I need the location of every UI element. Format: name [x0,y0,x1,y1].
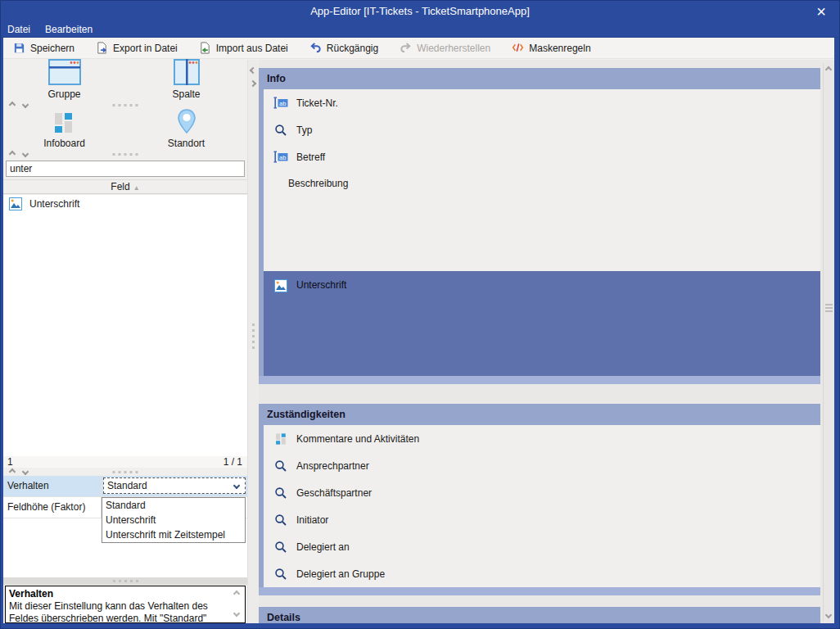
field-search-input[interactable] [6,161,245,177]
left-panel: Gruppe Spalte Infoboard [3,60,247,623]
canvas-field-beschreibung[interactable]: Beschreibung [264,170,820,271]
menubar: Datei Bearbeiten [0,23,840,38]
dropdown-option[interactable]: Unterschrift [102,513,245,527]
chevron-down-icon[interactable] [22,102,29,108]
maskenregeln-label: Maskenregeln [529,43,590,54]
chevron-up-icon[interactable] [9,151,16,157]
toolbox-row-2: Infoboard Standort [3,109,247,150]
import-button[interactable]: Import aus Datei [199,42,288,54]
panel-splitter[interactable] [247,60,259,623]
canvas-field-kommentare[interactable]: Kommentare und Aktivitäten [264,425,820,452]
canvas-field-ansprechpartner[interactable]: Ansprechpartner [264,452,820,479]
titlebar[interactable]: App-Editor [IT-Tickets - TicketSmartphon… [0,0,840,23]
scroll-down-icon[interactable] [233,610,240,617]
property-label: Verhalten [3,476,102,496]
save-label: Speichern [30,43,75,54]
property-row-verhalten[interactable]: Verhalten Standard [3,476,247,497]
dropdown-option[interactable]: Unterschrift mit Zeitstempel [102,527,245,542]
canvas-field-geschaeftspartner[interactable]: Geschäftspartner [264,479,820,506]
export-button[interactable]: Export in Datei [96,42,178,54]
canvas-field-delegiert-an[interactable]: Delegiert an [264,533,820,560]
redo-button[interactable]: Wiederherstellen [400,42,490,54]
chevron-down-icon[interactable] [22,151,29,157]
canvas-field-label: Delegiert an Gruppe [296,568,385,580]
scroll-up-icon[interactable] [825,66,832,73]
description-title: Verhalten [6,586,245,600]
group-zustaendigkeiten-header[interactable]: Zuständigkeiten [259,404,820,425]
maskenregeln-button[interactable]: Maskenregeln [512,42,590,54]
verhalten-combobox[interactable]: Standard [103,477,246,494]
canvas-scrollbar[interactable] [823,63,834,622]
image-icon [8,197,23,210]
infoboard-icon [53,111,75,138]
canvas-field-label: Typ [296,124,312,136]
dropdown-option[interactable]: Standard [102,498,245,513]
tool-standort[interactable]: Standort [125,109,247,150]
description-splitter[interactable] [3,577,247,585]
tool-spalte-label: Spalte [172,88,200,101]
canvas-field-betreff[interactable]: ab Betreff [264,143,820,170]
splitter-grip-dots [252,324,255,349]
undo-button[interactable]: Rückgängig [309,42,378,54]
canvas-field-label: Unterschrift [296,279,346,291]
scrollbar-thumb-grip[interactable] [825,304,833,312]
property-description-box: Verhalten Mit dieser Einstellung kann da… [5,586,246,623]
chevron-up-icon[interactable] [9,468,16,475]
group-info-header[interactable]: Info [259,68,820,89]
canvas-field-unterschrift-selected[interactable]: Unterschrift [264,271,820,376]
toolbox-row-1: Gruppe Spalte [3,60,247,101]
canvas-field-ticket-nr[interactable]: ab Ticket-Nr. [264,89,820,116]
group-window-icon [48,59,81,88]
list-item-unterschrift[interactable]: Unterschrift [3,195,247,213]
undo-icon [309,42,322,54]
chevron-up-icon[interactable] [9,102,16,108]
canvas-field-label: Betreff [296,152,325,163]
magnifier-icon [273,541,288,554]
scroll-down-icon[interactable] [825,612,832,618]
chevron-left-icon[interactable] [250,67,256,74]
tool-infoboard-label: Infoboard [43,138,85,150]
save-icon [13,42,25,54]
property-splitter[interactable] [3,468,247,476]
scroll-up-icon[interactable] [233,591,240,597]
verhalten-dropdown-list: Standard Unterschrift Unterschrift mit Z… [102,497,246,543]
canvas-field-label: Beschreibung [288,178,348,189]
toolbox-splitter-1[interactable] [3,101,247,109]
save-button[interactable]: Speichern [13,42,75,54]
tool-infoboard[interactable]: Infoboard [3,109,125,150]
tool-gruppe[interactable]: Gruppe [3,60,125,101]
canvas-field-delegiert-an-gruppe[interactable]: Delegiert an Gruppe [264,560,820,587]
sort-ascending-icon: ▲ [133,184,140,192]
page-total: 1 / 1 [224,456,242,468]
field-list: Unterschrift [3,195,247,456]
group-details-header[interactable]: Details [259,607,820,623]
code-icon [512,42,524,54]
chevron-right-icon[interactable] [250,80,256,87]
menu-item-datei[interactable]: Datei [7,23,30,37]
canvas-field-label: Kommentare und Aktivitäten [296,433,419,445]
tool-spalte[interactable]: Spalte [125,60,247,101]
import-label: Import aus Datei [216,43,288,54]
grip-dots [113,153,138,156]
combobox-value: Standard [107,480,147,491]
textbox-icon: ab [273,151,288,163]
toolbox-splitter-2[interactable] [3,150,247,158]
group-info: Info ab Ticket-Nr. Typ ab Betreff [259,68,820,384]
field-list-header[interactable]: Feld▲ [3,179,247,194]
image-icon [273,279,288,292]
group-zustaendigkeiten: Zuständigkeiten Kommentare und Aktivität… [259,404,820,595]
close-button[interactable]: × [811,1,832,22]
import-file-icon [199,42,211,54]
menu-item-bearbeiten[interactable]: Bearbeiten [45,23,93,37]
export-file-icon [96,42,108,54]
canvas-field-label: Initiator [296,514,328,526]
description-scrollbar[interactable] [231,587,244,622]
field-search [3,158,247,179]
grip-dots [113,580,138,582]
canvas-field-initiator[interactable]: Initiator [264,506,820,533]
chevron-down-icon[interactable] [22,468,29,475]
group-zustaendigkeiten-body: Kommentare und Aktivitäten Ansprechpartn… [259,425,820,587]
magnifier-icon [273,514,288,527]
canvas-field-typ[interactable]: Typ [264,116,820,143]
column-window-icon [174,59,200,88]
